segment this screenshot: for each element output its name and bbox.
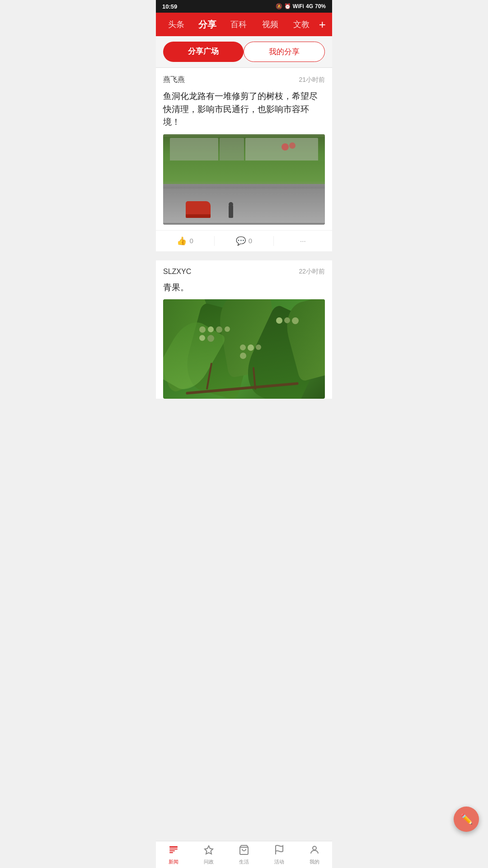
nav-item-baike[interactable]: 百科 (223, 13, 254, 36)
post-card-2: SLZXYC 22小时前 青果。 (156, 260, 332, 399)
post-image-2 (163, 299, 325, 399)
divider-1 (156, 256, 332, 260)
post-time-2: 22小时前 (299, 268, 325, 276)
post-author-1: 燕飞燕 (163, 75, 185, 85)
more-button-1[interactable]: ··· (274, 236, 332, 246)
status-time: 10:59 (162, 3, 177, 10)
mute-icon: 🔕 (276, 3, 282, 9)
street-image (163, 134, 325, 225)
feed-content: 燕飞燕 21小时前 鱼洞化龙路有一堆修剪了的树枝，希望尽快清理，影响市民通行，也… (156, 68, 332, 436)
like-count-1: 0 (189, 237, 193, 245)
nav-item-video[interactable]: 视频 (254, 13, 286, 36)
post-image-1 (163, 134, 325, 225)
wifi-icon: WiFi (293, 3, 304, 9)
like-button-1[interactable]: 👍 0 (156, 236, 215, 246)
battery-icon: 70% (315, 3, 326, 9)
post-content-1: 鱼洞化龙路有一堆修剪了的树枝，希望尽快清理，影响市民通行，也影响市容环境！ (156, 88, 332, 134)
signal-icon: 4G (306, 3, 313, 9)
status-right: 🔕 ⏰ WiFi 4G 70% (276, 3, 326, 9)
nav-item-toutiao[interactable]: 头条 (160, 13, 192, 36)
top-nav: 头条 分享 百科 视频 文教 + (156, 13, 332, 36)
post-card-1: 燕飞燕 21小时前 鱼洞化龙路有一堆修剪了的树枝，希望尽快清理，影响市民通行，也… (156, 68, 332, 251)
post-time-1: 21小时前 (299, 76, 325, 84)
post-author-2: SLZXYC (163, 268, 191, 276)
nav-item-share[interactable]: 分享 (192, 12, 223, 37)
comment-icon-1: 💬 (236, 236, 246, 246)
post-header-1: 燕飞燕 21小时前 (156, 68, 332, 88)
tab-my-share[interactable]: 我的分享 (244, 42, 325, 62)
like-icon-1: 👍 (177, 236, 187, 246)
status-bar: 10:59 🔕 ⏰ WiFi 4G 70% (156, 0, 332, 13)
fruit-image (163, 299, 325, 399)
more-icon-1: ··· (300, 237, 306, 245)
alarm-icon: ⏰ (284, 3, 291, 9)
post-content-2: 青果。 (156, 279, 332, 300)
tab-share-plaza[interactable]: 分享广场 (163, 42, 244, 62)
add-nav-button[interactable]: + (317, 14, 328, 35)
post-actions-1: 👍 0 💬 0 ··· (156, 230, 332, 251)
tab-switcher: 分享广场 我的分享 (156, 36, 332, 68)
nav-item-wenjiao[interactable]: 文教 (286, 13, 317, 36)
comment-button-1[interactable]: 💬 0 (215, 236, 273, 246)
comment-count-1: 0 (249, 237, 252, 245)
post-header-2: SLZXYC 22小时前 (156, 260, 332, 279)
